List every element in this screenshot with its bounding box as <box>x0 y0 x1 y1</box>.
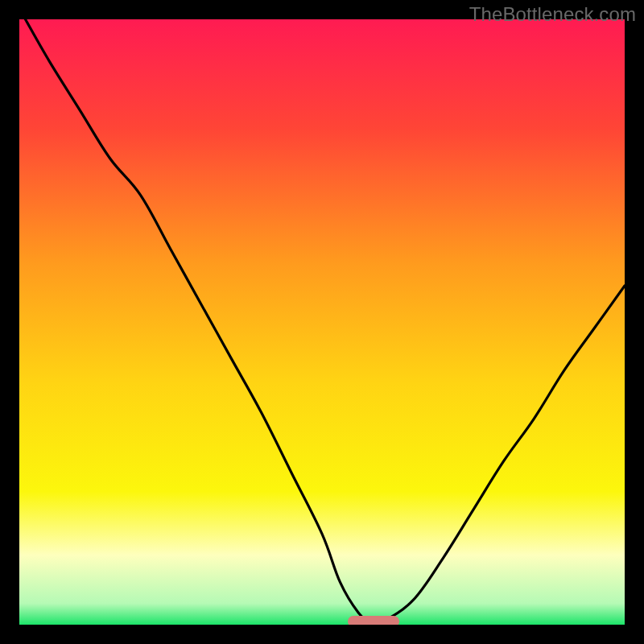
watermark-text: TheBottleneck.com <box>469 3 636 26</box>
chart-frame: TheBottleneck.com <box>0 0 644 644</box>
chart-svg <box>19 19 625 625</box>
plot-area <box>19 19 625 625</box>
optimal-marker <box>348 616 399 625</box>
